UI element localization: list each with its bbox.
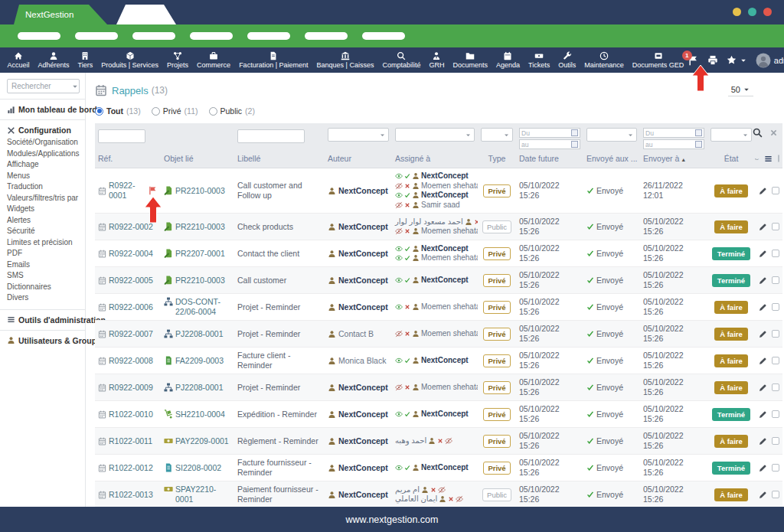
edit-pencil-button[interactable] <box>759 491 767 499</box>
author-name[interactable]: NextConcept <box>338 410 388 419</box>
assignee-name[interactable]: NextConcept <box>421 276 469 286</box>
filter-select-state[interactable] <box>710 128 752 142</box>
sidebar-item-emails[interactable]: Emails <box>7 259 80 271</box>
sidebar-search-input[interactable] <box>10 81 71 91</box>
column-header-date_future[interactable]: Date future <box>516 152 583 168</box>
object-link[interactable]: PR2210-0003 <box>175 276 225 286</box>
assignee-name[interactable]: ام مريم <box>395 485 420 495</box>
column-header-label[interactable]: Libellé <box>234 152 325 168</box>
assignee-name[interactable]: Moemen shehata <box>421 181 478 191</box>
quick-link-pill[interactable] <box>247 32 290 40</box>
row-checkbox[interactable] <box>772 276 779 284</box>
filter-select-sent_to[interactable] <box>586 128 637 142</box>
print-icon[interactable] <box>707 55 718 66</box>
quick-link-pill[interactable] <box>190 32 233 40</box>
object-link[interactable]: DOS-CONT-22/06-0004 <box>175 297 231 317</box>
assignee-name[interactable]: احمد مسعود لوار لوار <box>395 217 463 227</box>
bookmarks-star-button[interactable] <box>727 55 747 65</box>
sidebar-section-utilisateurs-groupes[interactable]: Utilisateurs & Groupes <box>7 336 80 345</box>
object-link[interactable]: PAY2209-0001 <box>175 436 229 446</box>
row-checkbox[interactable] <box>772 330 779 338</box>
author-name[interactable]: NextConcept <box>338 186 388 196</box>
sidebar-item-valeurs-filtres-tris-par-d-f[interactable]: Valeurs/filtres/tris par déf... <box>7 193 80 204</box>
object-link[interactable]: SH2210-0004 <box>175 410 225 419</box>
date-input[interactable]: Du <box>643 128 704 138</box>
object-link[interactable]: PJ2208-0001 <box>175 383 223 393</box>
assignee-name[interactable]: NextConcept <box>421 171 469 181</box>
sidebar-item-soci-t-organisation[interactable]: Société/Organisation <box>7 137 80 149</box>
filter-select-type[interactable] <box>481 128 513 142</box>
sidebar-item-s-curit[interactable]: Sécurité <box>7 226 80 237</box>
quick-link-pill[interactable] <box>305 32 348 40</box>
nav-item-tiers[interactable]: Tiers <box>74 47 97 73</box>
sidebar-item-widgets[interactable]: Widgets <box>7 204 80 215</box>
object-link[interactable]: PR2210-0003 <box>175 186 225 196</box>
nav-item-accueil[interactable]: Accueil <box>3 47 34 73</box>
row-checkbox[interactable] <box>772 410 779 418</box>
assignee-name[interactable]: ايمان العاملي <box>395 494 437 504</box>
edit-pencil-button[interactable] <box>759 357 767 365</box>
select-all-checkbox[interactable] <box>778 155 779 162</box>
calendar-picker-icon[interactable] <box>695 141 702 148</box>
nav-item-comptabilit[interactable]: Comptabilité <box>378 47 425 73</box>
object-link[interactable]: PJ2208-0001 <box>175 329 223 339</box>
row-checkbox[interactable] <box>772 187 779 194</box>
reminder-ref-link[interactable]: R1022-0013 <box>109 490 153 500</box>
nav-item-produits-services[interactable]: Produits | Services <box>97 47 163 73</box>
sidebar-item-modules-applications[interactable]: Modules/Applications <box>7 149 80 160</box>
edit-pencil-button[interactable] <box>759 437 767 446</box>
radio-public[interactable]: Public(2) <box>209 106 255 116</box>
sidebar-item-pdf[interactable]: PDF <box>7 248 80 259</box>
notifications-flag-icon[interactable]: 1 <box>688 55 699 66</box>
date-input[interactable]: au <box>519 139 580 149</box>
sidebar-item-dictionnaires[interactable]: Dictionnaires <box>7 282 80 293</box>
sidebar-item-dashboard[interactable]: Mon tableau de bord <box>7 105 80 114</box>
author-name[interactable]: NextConcept <box>338 249 388 259</box>
column-header-state[interactable]: État <box>707 152 755 168</box>
calendar-picker-icon[interactable] <box>695 129 702 136</box>
nav-item-facturation-paiement[interactable]: Facturation | Paiement <box>235 47 312 73</box>
nav-item-tickets[interactable]: Tickets <box>524 47 554 73</box>
nav-item-outils[interactable]: Outils <box>554 47 580 73</box>
edit-pencil-button[interactable] <box>759 187 767 195</box>
date-input[interactable]: au <box>643 139 704 149</box>
nav-item-adh-rents[interactable]: Adhérents <box>34 47 74 73</box>
quick-link-pill[interactable] <box>75 32 118 40</box>
reminder-ref-link[interactable]: R0922-0007 <box>109 329 153 339</box>
column-header-author[interactable]: Auteur <box>325 152 392 168</box>
row-checkbox[interactable] <box>772 250 779 257</box>
assignee-name[interactable]: NextConcept <box>421 410 469 419</box>
author-name[interactable]: NextConcept <box>338 463 388 473</box>
reminder-ref-link[interactable]: R1022-0010 <box>109 410 153 419</box>
assignee-name[interactable]: NextConcept <box>421 191 469 201</box>
author-name[interactable]: NextConcept <box>338 222 388 232</box>
search-button[interactable] <box>753 128 763 138</box>
user-menu[interactable]: admin <box>756 53 784 68</box>
calendar-picker-icon[interactable] <box>571 141 578 148</box>
radio-tout[interactable]: Tout(13) <box>95 106 141 116</box>
object-link[interactable]: PR2210-0003 <box>175 222 225 232</box>
assignee-name[interactable]: احمد وهبه <box>395 436 426 446</box>
reminder-ref-link[interactable]: R0922-0004 <box>109 249 153 259</box>
reminder-ref-link[interactable]: R1022-0012 <box>109 463 153 473</box>
assignee-name[interactable]: NextConcept <box>421 356 469 366</box>
author-name[interactable]: Monica Black <box>338 356 386 366</box>
clear-filters-button[interactable] <box>769 129 778 137</box>
author-name[interactable]: NextConcept <box>338 276 388 286</box>
quick-link-pill[interactable] <box>362 32 405 40</box>
nav-item-agenda[interactable]: Agenda <box>492 47 524 73</box>
list-view-icon[interactable] <box>764 155 773 163</box>
sidebar-item-affichage[interactable]: Affichage <box>7 159 80 171</box>
edit-pencil-button[interactable] <box>759 303 767 312</box>
sidebar-item-divers[interactable]: Divers <box>7 292 80 304</box>
footer-url[interactable]: www.nextgestion.com <box>346 514 439 525</box>
quick-link-pill[interactable] <box>132 32 175 40</box>
column-header-ref[interactable]: Réf. <box>95 152 161 168</box>
sidebar-item-limites-et-pr-cision[interactable]: Limites et précision <box>7 237 80 249</box>
reminder-ref-link[interactable]: R0922-0005 <box>109 276 153 286</box>
author-name[interactable]: NextConcept <box>338 383 388 393</box>
object-link[interactable]: SPAY2210-0001 <box>175 485 231 504</box>
reminder-ref-link[interactable]: R0922-0009 <box>109 383 153 393</box>
assignee-name[interactable]: Moemen shehata <box>421 329 478 339</box>
edit-pencil-button[interactable] <box>759 250 767 258</box>
